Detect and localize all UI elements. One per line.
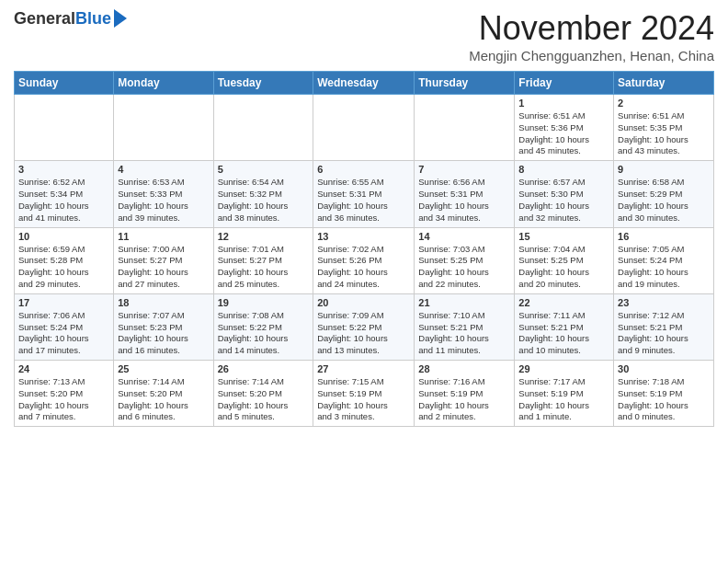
cell-content: Sunrise: 6:57 AMSunset: 5:30 PMDaylight:… [518,177,609,224]
calendar-cell: 11Sunrise: 7:00 AMSunset: 5:27 PMDayligh… [114,227,213,293]
day-number: 25 [118,363,209,374]
cell-content: Sunrise: 7:16 AMSunset: 5:19 PMDaylight:… [418,376,510,423]
cell-content: Sunrise: 7:18 AMSunset: 5:19 PMDaylight:… [618,376,710,423]
cell-content: Sunrise: 7:13 AMSunset: 5:20 PMDaylight:… [18,376,109,423]
day-number: 17 [18,297,109,308]
day-number: 19 [218,297,310,308]
day-number: 4 [118,164,209,175]
day-number: 29 [518,363,609,374]
day-number: 30 [618,363,710,374]
title-block: November 2024 Mengjin Chengguanzhen, Hen… [469,9,714,63]
day-number: 8 [518,164,609,175]
calendar-cell: 28Sunrise: 7:16 AMSunset: 5:19 PMDayligh… [415,361,515,427]
weekday-header: Saturday [614,72,714,95]
cell-content: Sunrise: 7:01 AMSunset: 5:27 PMDaylight:… [218,244,310,291]
cell-content: Sunrise: 6:54 AMSunset: 5:32 PMDaylight:… [218,177,310,224]
day-number: 22 [518,297,609,308]
calendar-cell: 16Sunrise: 7:05 AMSunset: 5:24 PMDayligh… [614,227,714,293]
day-number: 26 [218,363,310,374]
calendar-cell: 12Sunrise: 7:01 AMSunset: 5:27 PMDayligh… [213,227,313,293]
calendar-cell: 7Sunrise: 6:56 AMSunset: 5:31 PMDaylight… [415,161,515,227]
day-number: 10 [18,231,109,242]
calendar-cell: 1Sunrise: 6:51 AMSunset: 5:36 PMDaylight… [515,95,614,161]
day-number: 12 [218,231,310,242]
day-number: 3 [18,164,109,175]
cell-content: Sunrise: 7:04 AMSunset: 5:25 PMDaylight:… [518,244,609,291]
day-number: 23 [618,297,710,308]
cell-content: Sunrise: 6:59 AMSunset: 5:28 PMDaylight:… [18,244,109,291]
calendar-cell: 20Sunrise: 7:09 AMSunset: 5:22 PMDayligh… [313,293,415,360]
calendar-cell: 4Sunrise: 6:53 AMSunset: 5:33 PMDaylight… [114,161,213,227]
cell-content: Sunrise: 6:51 AMSunset: 5:35 PMDaylight:… [618,110,710,157]
cell-content: Sunrise: 7:00 AMSunset: 5:27 PMDaylight:… [118,244,209,291]
logo-general-text: General [14,9,75,29]
calendar-cell: 24Sunrise: 7:13 AMSunset: 5:20 PMDayligh… [15,361,114,427]
day-number: 15 [518,231,609,242]
day-number: 14 [418,231,510,242]
calendar-cell: 26Sunrise: 7:14 AMSunset: 5:20 PMDayligh… [213,361,313,427]
location-subtitle: Mengjin Chengguanzhen, Henan, China [469,48,714,63]
calendar-cell: 27Sunrise: 7:15 AMSunset: 5:19 PMDayligh… [313,361,415,427]
calendar-cell: 5Sunrise: 6:54 AMSunset: 5:32 PMDaylight… [213,161,313,227]
day-number: 2 [618,98,710,109]
logo-blue-text: Blue [75,9,111,29]
day-number: 18 [118,297,209,308]
cell-content: Sunrise: 7:02 AMSunset: 5:26 PMDaylight:… [317,244,410,291]
cell-content: Sunrise: 7:15 AMSunset: 5:19 PMDaylight:… [317,376,410,423]
calendar-week-row: 1Sunrise: 6:51 AMSunset: 5:36 PMDaylight… [15,95,714,161]
day-number: 21 [418,297,510,308]
weekday-header: Thursday [415,72,515,95]
day-number: 24 [18,363,109,374]
weekday-header: Sunday [15,72,114,95]
weekday-header: Wednesday [313,72,415,95]
day-number: 16 [618,231,710,242]
calendar-cell: 23Sunrise: 7:12 AMSunset: 5:21 PMDayligh… [614,293,714,360]
cell-content: Sunrise: 7:10 AMSunset: 5:21 PMDaylight:… [418,310,510,357]
day-number: 6 [317,164,410,175]
cell-content: Sunrise: 6:58 AMSunset: 5:29 PMDaylight:… [618,177,710,224]
calendar-week-row: 17Sunrise: 7:06 AMSunset: 5:24 PMDayligh… [15,293,714,360]
cell-content: Sunrise: 6:55 AMSunset: 5:31 PMDaylight:… [317,177,410,224]
calendar-table: SundayMondayTuesdayWednesdayThursdayFrid… [14,71,714,427]
logo-arrow-icon [114,9,127,28]
cell-content: Sunrise: 7:09 AMSunset: 5:22 PMDaylight:… [317,310,410,357]
cell-content: Sunrise: 7:11 AMSunset: 5:21 PMDaylight:… [518,310,609,357]
calendar-cell: 9Sunrise: 6:58 AMSunset: 5:29 PMDaylight… [614,161,714,227]
day-number: 28 [418,363,510,374]
weekday-header: Friday [515,72,614,95]
calendar-cell: 2Sunrise: 6:51 AMSunset: 5:35 PMDaylight… [614,95,714,161]
cell-content: Sunrise: 7:05 AMSunset: 5:24 PMDaylight:… [618,244,710,291]
cell-content: Sunrise: 7:14 AMSunset: 5:20 PMDaylight:… [218,376,310,423]
day-number: 20 [317,297,410,308]
day-number: 9 [618,164,710,175]
cell-content: Sunrise: 7:17 AMSunset: 5:19 PMDaylight:… [518,376,609,423]
cell-content: Sunrise: 7:06 AMSunset: 5:24 PMDaylight:… [18,310,109,357]
calendar-cell [15,95,114,161]
calendar-cell: 30Sunrise: 7:18 AMSunset: 5:19 PMDayligh… [614,361,714,427]
calendar-cell: 21Sunrise: 7:10 AMSunset: 5:21 PMDayligh… [415,293,515,360]
calendar-week-row: 24Sunrise: 7:13 AMSunset: 5:20 PMDayligh… [15,361,714,427]
day-number: 7 [418,164,510,175]
weekday-header: Tuesday [213,72,313,95]
calendar-cell: 8Sunrise: 6:57 AMSunset: 5:30 PMDaylight… [515,161,614,227]
logo: General Blue [14,9,127,29]
calendar-cell: 17Sunrise: 7:06 AMSunset: 5:24 PMDayligh… [15,293,114,360]
cell-content: Sunrise: 6:52 AMSunset: 5:34 PMDaylight:… [18,177,109,224]
calendar-cell: 22Sunrise: 7:11 AMSunset: 5:21 PMDayligh… [515,293,614,360]
calendar-cell: 6Sunrise: 6:55 AMSunset: 5:31 PMDaylight… [313,161,415,227]
day-number: 1 [518,98,609,109]
day-number: 27 [317,363,410,374]
calendar-week-row: 10Sunrise: 6:59 AMSunset: 5:28 PMDayligh… [15,227,714,293]
calendar-cell: 10Sunrise: 6:59 AMSunset: 5:28 PMDayligh… [15,227,114,293]
calendar-cell: 25Sunrise: 7:14 AMSunset: 5:20 PMDayligh… [114,361,213,427]
calendar-header-row: SundayMondayTuesdayWednesdayThursdayFrid… [15,72,714,95]
cell-content: Sunrise: 6:53 AMSunset: 5:33 PMDaylight:… [118,177,209,224]
calendar-cell: 14Sunrise: 7:03 AMSunset: 5:25 PMDayligh… [415,227,515,293]
cell-content: Sunrise: 6:51 AMSunset: 5:36 PMDaylight:… [518,110,609,157]
day-number: 11 [118,231,209,242]
day-number: 13 [317,231,410,242]
calendar-cell [415,95,515,161]
calendar-cell: 15Sunrise: 7:04 AMSunset: 5:25 PMDayligh… [515,227,614,293]
calendar-cell [114,95,213,161]
cell-content: Sunrise: 7:08 AMSunset: 5:22 PMDaylight:… [218,310,310,357]
